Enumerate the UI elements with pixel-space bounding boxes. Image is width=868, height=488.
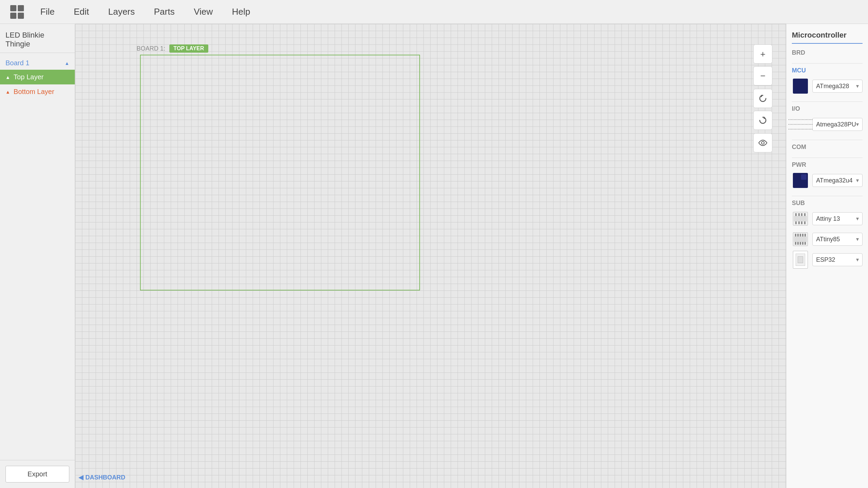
- svg-rect-1: [18, 5, 24, 11]
- category-io-label: I/O: [792, 105, 863, 112]
- dashboard-arrow-icon: ◀: [79, 474, 83, 481]
- component-row-pwr: ATmega32u4 ATmega32u2 ▼: [792, 172, 863, 189]
- category-sub-label: SUB: [792, 200, 863, 207]
- main-content: LED Blinkie Thingie Board 1 ▲ ▲ Top Laye…: [0, 24, 868, 488]
- canvas-area[interactable]: BOARD 1: TOP LAYER + −: [75, 24, 786, 488]
- esp32-chip: [793, 251, 808, 269]
- esp32-icon: [792, 251, 809, 268]
- menu-parts[interactable]: Parts: [151, 5, 178, 19]
- pwr-icon: [792, 172, 809, 189]
- layer-bottom-arrow: ▲: [5, 89, 10, 95]
- board-rectangle: [140, 55, 420, 290]
- zoom-controls: + −: [753, 44, 772, 85]
- menu-bar: File Edit Layers Parts View Help: [0, 0, 868, 24]
- right-sidebar: Microcontroller BRD MCU ATmega328 ATmega…: [786, 24, 868, 488]
- attiny13-select[interactable]: Attiny 13 Attiny 25 Attiny 45 Attiny 85: [812, 212, 863, 225]
- dip-chip: [793, 212, 808, 226]
- attiny13-icon: [792, 210, 809, 227]
- category-pwr-label: PWR: [792, 161, 863, 168]
- category-pwr: PWR ATmega32u4 ATmega32u2 ▼: [792, 161, 863, 189]
- board-section: Board 1 ▲ ▲ Top Layer ▲ Bottom Layer: [0, 53, 75, 103]
- divider-mcu: [792, 101, 863, 102]
- component-row-atmega328: ATmega328 ATmega328P ATmega2560 ▼: [792, 78, 863, 95]
- svg-point-4: [761, 141, 764, 144]
- board-header[interactable]: Board 1 ▲: [0, 56, 75, 70]
- menu-layers[interactable]: Layers: [106, 5, 138, 19]
- pwr-select[interactable]: ATmega32u4 ATmega32u2: [812, 174, 863, 187]
- eye-icon: [758, 139, 768, 147]
- board-collapse-arrow: ▲: [65, 60, 69, 66]
- io-dotted-2: [788, 124, 812, 125]
- layer-top-label: Top Layer: [14, 73, 44, 81]
- export-area: Export: [0, 460, 75, 488]
- layer-bottom-label: Bottom Layer: [14, 88, 54, 96]
- category-mcu: MCU ATmega328 ATmega328P ATmega2560 ▼: [792, 67, 863, 95]
- board-label-text: BOARD 1:: [137, 45, 165, 52]
- svg-rect-0: [10, 5, 16, 11]
- io-dotted-1: [788, 119, 812, 120]
- svg-rect-3: [18, 13, 24, 19]
- pwr-select-wrapper: ATmega32u4 ATmega32u2 ▼: [812, 174, 863, 187]
- board-label-area: BOARD 1: TOP LAYER: [137, 44, 208, 53]
- top-layer-badge: TOP LAYER: [169, 44, 208, 53]
- menu-view[interactable]: View: [191, 5, 215, 19]
- divider-com: [792, 158, 863, 158]
- dip-bottom-pins: [793, 221, 808, 224]
- divider-pwr: [792, 196, 863, 196]
- svg-rect-2: [10, 13, 16, 19]
- attiny13-select-wrapper: Attiny 13 Attiny 25 Attiny 45 Attiny 85 …: [812, 212, 863, 225]
- rotate-ccw-icon: [758, 94, 768, 103]
- main-menu: File Edit Layers Parts View Help: [38, 5, 253, 19]
- category-io: I/O Atmega328PU Atmega328P-PU Other ▼: [792, 105, 863, 133]
- atmega328-select-wrapper: ATmega328 ATmega328P ATmega2560 ▼: [812, 80, 863, 93]
- view-toggle-button[interactable]: [753, 133, 772, 152]
- dip-top-pins: [793, 213, 808, 216]
- dashboard-link-label: DASHBOARD: [85, 474, 125, 481]
- category-brd-label: BRD: [792, 49, 863, 56]
- esp32-select[interactable]: ESP32 ESP8266 ESP32-S2: [812, 253, 863, 266]
- right-sidebar-title: Microcontroller: [792, 31, 863, 44]
- io-select-wrapper: Atmega328PU Atmega328P-PU Other ▼: [812, 118, 863, 131]
- dashboard-link[interactable]: ◀ DASHBOARD: [79, 474, 125, 481]
- component-row-io: Atmega328PU Atmega328P-PU Other ▼: [792, 116, 863, 133]
- io-icon: [792, 116, 809, 133]
- menu-help[interactable]: Help: [229, 5, 253, 19]
- component-row-attiny85: ATtiny85 ATtiny45 ATtiny25 ▼: [792, 231, 863, 248]
- soic-bottom: [793, 242, 808, 245]
- atmega328-select[interactable]: ATmega328 ATmega328P ATmega2560: [812, 80, 863, 93]
- app-logo: [7, 3, 27, 21]
- category-sub: SUB Attiny 13: [792, 200, 863, 268]
- category-mcu-label: MCU: [792, 67, 863, 74]
- io-dotted-3: [788, 129, 812, 130]
- atmega328-icon: [792, 78, 809, 95]
- attiny85-icon: [792, 231, 809, 248]
- soic-top: [793, 234, 808, 236]
- menu-file[interactable]: File: [38, 5, 57, 19]
- component-row-attiny13: Attiny 13 Attiny 25 Attiny 45 Attiny 85 …: [792, 210, 863, 227]
- component-row-esp32: ESP32 ESP8266 ESP32-S2 ▼: [792, 251, 863, 268]
- project-title: LED Blinkie Thingie: [0, 24, 75, 53]
- io-select[interactable]: Atmega328PU Atmega328P-PU Other: [812, 118, 863, 131]
- ic-dark-chip: [793, 79, 808, 94]
- rotate-cw-button[interactable]: [753, 111, 772, 130]
- menu-edit[interactable]: Edit: [71, 5, 92, 19]
- layer-top[interactable]: ▲ Top Layer: [0, 70, 75, 84]
- attiny85-select[interactable]: ATtiny85 ATtiny45 ATtiny25: [812, 233, 863, 246]
- layer-bottom[interactable]: ▲ Bottom Layer: [0, 84, 75, 99]
- zoom-out-button[interactable]: −: [753, 66, 772, 85]
- rotate-controls: [753, 89, 772, 130]
- esp32-select-wrapper: ESP32 ESP8266 ESP32-S2 ▼: [812, 253, 863, 266]
- divider-io: [792, 140, 863, 140]
- rotate-cw-icon: [758, 116, 768, 125]
- category-com-label: COM: [792, 144, 863, 151]
- rotate-ccw-button[interactable]: [753, 89, 772, 108]
- category-brd: BRD: [792, 49, 863, 56]
- logo-icon: [9, 3, 26, 21]
- attiny85-select-wrapper: ATtiny85 ATtiny45 ATtiny25 ▼: [812, 233, 863, 246]
- export-button[interactable]: Export: [5, 466, 69, 483]
- zoom-in-button[interactable]: +: [753, 44, 772, 64]
- layer-top-arrow: ▲: [5, 74, 10, 80]
- category-com: COM: [792, 144, 863, 151]
- left-sidebar: LED Blinkie Thingie Board 1 ▲ ▲ Top Laye…: [0, 24, 75, 488]
- divider-brd: [792, 63, 863, 64]
